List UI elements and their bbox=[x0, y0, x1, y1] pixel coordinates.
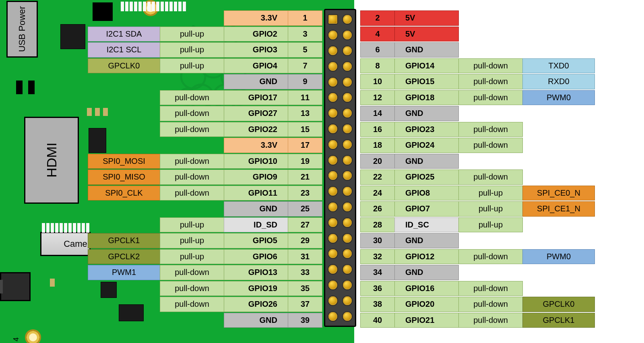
pin-row-8: 8GPIO14pull-downTXD0 bbox=[361, 58, 595, 74]
pin-alt-function: SPI0_MOSI bbox=[88, 154, 160, 169]
pin-name: GND bbox=[394, 154, 459, 169]
pin-number: 40 bbox=[360, 313, 395, 328]
connector-pins-icon bbox=[42, 223, 89, 233]
pin-row-40: 40GPIO21pull-downGPCLK1 bbox=[361, 313, 595, 328]
pin-row-25: 25GND bbox=[224, 201, 322, 217]
pin-number: 31 bbox=[288, 249, 322, 264]
pin-row-27: 27ID_SDpull-up bbox=[160, 217, 322, 233]
pin-number: 11 bbox=[288, 90, 322, 105]
pin-pull: pull-down bbox=[458, 138, 523, 153]
pin-alt-function: GPCLK1 bbox=[88, 233, 160, 248]
pin-row-22: 22GPIO25pull-down bbox=[361, 169, 523, 185]
pin-name: 5V bbox=[394, 10, 459, 26]
pin-number: 1 bbox=[288, 10, 322, 26]
pin-pull: pull-down bbox=[160, 106, 224, 121]
pin-name: GPIO21 bbox=[394, 313, 459, 328]
pin-number: 19 bbox=[288, 154, 322, 169]
pin-row-23: 23GPIO11pull-downSPI0_CLK bbox=[88, 186, 322, 201]
pin-row-26: 26GPIO7pull-upSPI_CE1_N bbox=[361, 201, 595, 217]
pin-name: GPIO26 bbox=[224, 297, 288, 312]
pin-number: 37 bbox=[288, 297, 322, 312]
pin-row-3: 3GPIO2pull-upI2C1 SDA bbox=[88, 27, 322, 42]
audio-jack bbox=[0, 272, 31, 301]
pin-pull: pull-down bbox=[160, 265, 224, 280]
pin-row-34: 34GND bbox=[361, 265, 459, 280]
mounting-hole-icon bbox=[25, 329, 41, 343]
pin-row-31: 31GPIO6pull-upGPCLK2 bbox=[88, 249, 322, 264]
pin-number: 27 bbox=[288, 217, 322, 233]
pin-name: GPIO15 bbox=[394, 74, 459, 89]
pin-name: GPIO9 bbox=[224, 169, 288, 185]
pin-row-12: 12GPIO18pull-downPWM0 bbox=[361, 90, 595, 105]
pin-number: 13 bbox=[288, 106, 322, 121]
pin-row-9: 9GND bbox=[224, 74, 322, 89]
pin-row-7: 7GPIO4pull-upGPCLK0 bbox=[88, 58, 322, 74]
pin-pull: pull-down bbox=[160, 281, 224, 296]
pin-row-32: 32GPIO12pull-downPWM0 bbox=[361, 249, 595, 264]
pin-name: GPIO22 bbox=[224, 122, 288, 137]
pin-number: 18 bbox=[360, 138, 395, 153]
pin-number: 38 bbox=[360, 297, 395, 312]
pin-alt-function: I2C1 SDA bbox=[88, 27, 160, 42]
pin-number: 22 bbox=[360, 169, 395, 185]
pin-alt-function: TXD0 bbox=[522, 58, 595, 74]
pin-alt-function: PWM0 bbox=[522, 90, 595, 105]
pin-name: GPIO12 bbox=[394, 249, 459, 264]
pin-name: GPIO11 bbox=[224, 186, 288, 201]
pin-alt-function: SPI_CE0_N bbox=[522, 186, 595, 201]
pin-name: GND bbox=[224, 74, 288, 89]
pin-number: 7 bbox=[288, 58, 322, 74]
pin-name: GPIO14 bbox=[394, 58, 459, 74]
pin-number: 21 bbox=[288, 169, 322, 185]
pin-number: 9 bbox=[288, 74, 322, 89]
pin-row-18: 18GPIO24pull-down bbox=[361, 138, 523, 153]
pin-number: 32 bbox=[360, 249, 395, 264]
pin-pull: pull-up bbox=[160, 217, 224, 233]
pin-pull: pull-up bbox=[458, 217, 523, 233]
pin-number: 15 bbox=[288, 122, 322, 137]
pin-number: 36 bbox=[360, 281, 395, 296]
pin-number: 14 bbox=[360, 106, 395, 121]
pin-name: GPIO5 bbox=[224, 233, 288, 248]
pin-row-37: 37GPIO26pull-down bbox=[160, 297, 322, 312]
pin-number: 17 bbox=[288, 138, 322, 153]
pin-row-13: 13GPIO27pull-down bbox=[160, 106, 322, 121]
pin-pull: pull-down bbox=[160, 169, 224, 185]
pin-name: GND bbox=[224, 313, 288, 328]
pin-alt-function: SPI_CE1_N bbox=[522, 201, 595, 217]
pin-pull: pull-down bbox=[458, 313, 523, 328]
pin-number: 23 bbox=[288, 186, 322, 201]
pin-alt-function: GPCLK2 bbox=[88, 249, 160, 264]
pin-pull: pull-up bbox=[160, 249, 224, 264]
pin-number: 35 bbox=[288, 281, 322, 296]
pin-name: 3.3V bbox=[224, 138, 288, 153]
pin-row-19: 19GPIO10pull-downSPI0_MOSI bbox=[88, 154, 322, 169]
pin-name: GPIO6 bbox=[224, 249, 288, 264]
hdmi-port: HDMI bbox=[24, 117, 79, 204]
pin-number: 33 bbox=[288, 265, 322, 280]
pin-row-15: 15GPIO22pull-down bbox=[160, 122, 322, 137]
pin-row-35: 35GPIO19pull-down bbox=[160, 281, 322, 296]
pin-number: 30 bbox=[360, 233, 395, 248]
pin-name: GPIO18 bbox=[394, 90, 459, 105]
pin-name: GND bbox=[394, 42, 459, 58]
pin-number: 24 bbox=[360, 186, 395, 201]
pin-alt-function: PWM1 bbox=[88, 265, 160, 280]
pin-row-36: 36GPIO16pull-down bbox=[361, 281, 523, 296]
pin-name: GPIO3 bbox=[224, 42, 288, 58]
pin-pull: pull-down bbox=[160, 122, 224, 137]
pin-number: 26 bbox=[360, 201, 395, 217]
pin-row-16: 16GPIO23pull-down bbox=[361, 122, 523, 137]
pin-row-39: 39GND bbox=[224, 313, 322, 328]
pin-name: GPIO10 bbox=[224, 154, 288, 169]
connector-pins-icon bbox=[121, 2, 186, 11]
pin-pull: pull-down bbox=[458, 122, 523, 137]
pin-pull: pull-down bbox=[458, 90, 523, 105]
pin-alt-function: PWM0 bbox=[522, 249, 595, 264]
pin-pull: pull-down bbox=[160, 90, 224, 105]
pin-pull: pull-down bbox=[458, 169, 523, 185]
pin-pull: pull-down bbox=[458, 297, 523, 312]
usb-power-port: USB Power bbox=[6, 1, 38, 58]
pin-name: GPIO7 bbox=[394, 201, 459, 217]
pin-name: GPIO24 bbox=[394, 138, 459, 153]
